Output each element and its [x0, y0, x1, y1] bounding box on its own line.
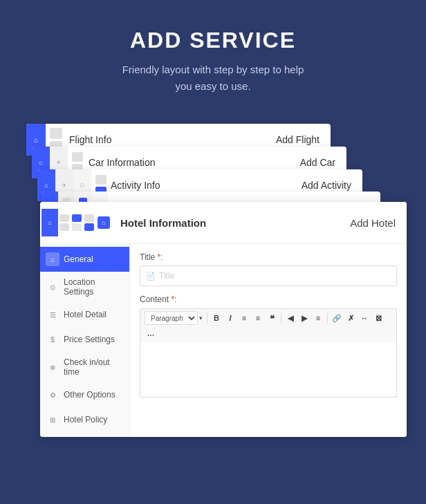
hotel-title: Hotel Information: [115, 217, 350, 229]
title-input-icon: 📄: [146, 272, 156, 281]
price-label: Price Settings: [64, 335, 115, 344]
title-placeholder: Title: [159, 271, 174, 281]
header-section: ADD SERVICE Friendly layout with step by…: [122, 28, 304, 95]
editor-area[interactable]: [140, 342, 397, 398]
checkin-icon: ⊗: [46, 360, 59, 374]
car-action[interactable]: Add Car: [300, 157, 335, 168]
toolbar-table[interactable]: ⊠: [372, 311, 385, 325]
toolbar-quote[interactable]: ❝: [266, 311, 278, 325]
policy-label: Hotel Policy: [64, 415, 107, 424]
hotel-sidebar: ⌂ General ⊙ Location Settings ☰ Hotel De…: [40, 244, 130, 437]
toolbar-bold[interactable]: B: [210, 311, 223, 325]
other-icon: ⚙: [46, 388, 59, 402]
toolbar-remove[interactable]: ✗: [344, 311, 357, 325]
location-icon: ⊙: [46, 280, 59, 294]
paragraph-select[interactable]: Paragraph: [145, 311, 198, 325]
hotel-body: ⌂ General ⊙ Location Settings ☰ Hotel De…: [40, 244, 407, 437]
general-label: General: [64, 254, 93, 264]
page-title: ADD SERVICE: [122, 28, 304, 53]
cards-stack: ⌂ Flight Info Add Flight ⌂ ✈ Car In: [26, 122, 400, 420]
hotel-main-content: Title *: 📄 Title Content *: Paragraph ▾: [130, 244, 407, 437]
sidebar-item-checkin[interactable]: ⊗ Check in/out time: [40, 352, 129, 382]
toolbar-divider: [207, 312, 207, 324]
title-field-label: Title *:: [140, 252, 397, 262]
sidebar-item-detail[interactable]: ☰ Hotel Detail: [40, 302, 129, 327]
detail-icon: ☰: [46, 308, 59, 321]
policy-icon: ⊞: [46, 413, 59, 427]
toolbar-link[interactable]: 🔗: [331, 311, 343, 325]
toolbar-align-center[interactable]: ▶: [298, 311, 311, 325]
toolbar-divider-2: [281, 312, 281, 324]
sidebar-item-general[interactable]: ⌂ General: [40, 247, 129, 272]
toolbar-expand[interactable]: ↔: [358, 311, 371, 325]
toolbar-italic[interactable]: I: [224, 311, 237, 325]
detail-label: Hotel Detail: [64, 310, 106, 319]
sidebar-item-policy[interactable]: ⊞ Hotel Policy: [40, 407, 129, 432]
price-icon: $: [46, 333, 59, 346]
car-label: Car Information: [87, 157, 300, 168]
activity-action[interactable]: Add Activity: [302, 180, 351, 191]
flight-label: Flight Info: [66, 134, 276, 145]
other-label: Other Options: [64, 390, 115, 400]
hotel-action[interactable]: Add Hotel: [350, 217, 396, 229]
editor-toolbar: Paragraph ▾ B I ≡ ≡ ❝ ◀ ▶ ≡ 🔗 ✗ ↔: [140, 308, 397, 342]
title-input[interactable]: 📄 Title: [140, 265, 397, 286]
checkin-label: Check in/out time: [64, 357, 124, 377]
page-subtitle: Friendly layout with step by step to hel…: [122, 62, 304, 95]
toolbar-divider-3: [327, 312, 328, 324]
sidebar-item-other[interactable]: ⚙ Other Options: [40, 382, 129, 407]
activity-label: Activity Info: [111, 180, 302, 191]
content-field-label: Content *:: [140, 295, 397, 304]
general-icon: ⌂: [46, 252, 59, 266]
toolbar-align-left[interactable]: ◀: [284, 311, 297, 325]
hotel-header: ⌂ ⌂ Ho: [40, 202, 407, 244]
toolbar-ol[interactable]: ≡: [252, 311, 264, 325]
toolbar-more[interactable]: …: [145, 326, 157, 340]
toolbar-align-right[interactable]: ≡: [312, 311, 324, 325]
card-hotel: ⌂ ⌂ Ho: [40, 202, 407, 437]
toolbar-ul[interactable]: ≡: [238, 311, 250, 325]
location-label: Location Settings: [64, 277, 124, 297]
flight-action[interactable]: Add Flight: [276, 134, 320, 145]
sidebar-item-price[interactable]: $ Price Settings: [40, 327, 129, 352]
dropdown-arrow-icon: ▾: [199, 315, 203, 321]
sidebar-item-location[interactable]: ⊙ Location Settings: [40, 272, 129, 302]
